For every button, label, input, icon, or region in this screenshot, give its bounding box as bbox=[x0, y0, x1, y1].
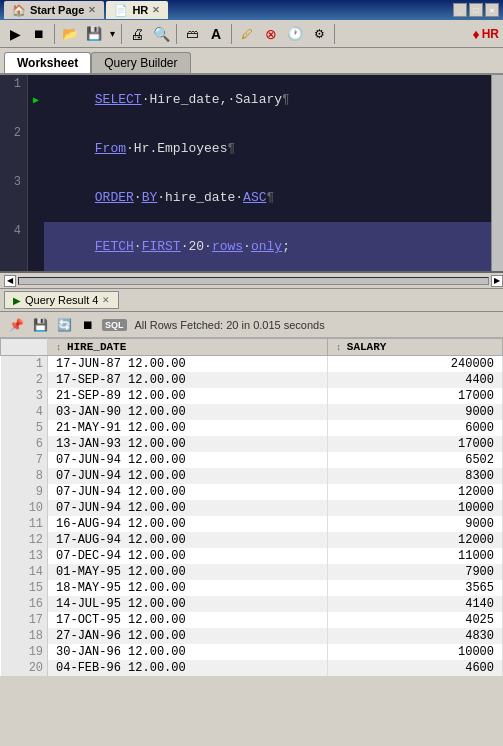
cell-rownum: 11 bbox=[1, 516, 48, 532]
editor-tabs: Worksheet Query Builder bbox=[0, 48, 503, 75]
title-tabs: 🏠 Start Page ✕ 📄 HR ✕ bbox=[4, 1, 453, 19]
cell-hire-date: 17-SEP-87 12.00.00 bbox=[48, 372, 328, 388]
editor-scrollbar[interactable] bbox=[491, 75, 503, 271]
close-button[interactable]: × bbox=[485, 3, 499, 17]
cell-hire-date: 14-JUL-95 12.00.00 bbox=[48, 596, 328, 612]
line-number-1: 1 bbox=[0, 75, 28, 124]
table-row: 1116-AUG-94 12.00.009000 bbox=[1, 516, 503, 532]
explain-button[interactable]: ⚙ bbox=[308, 23, 330, 45]
result-tab-icon: ▶ bbox=[13, 295, 21, 306]
table-row: 521-MAY-91 12.00.006000 bbox=[1, 420, 503, 436]
cell-rownum: 1 bbox=[1, 356, 48, 373]
kw-fetch: FETCH bbox=[95, 239, 134, 254]
cell-salary: 4140 bbox=[328, 596, 503, 612]
cell-salary: 4025 bbox=[328, 612, 503, 628]
line-arrow-3 bbox=[28, 173, 44, 222]
worksheet-label: Worksheet bbox=[17, 56, 78, 70]
font-button[interactable]: A bbox=[205, 23, 227, 45]
cell-hire-date: 21-SEP-89 12.00.00 bbox=[48, 388, 328, 404]
cell-salary: 17000 bbox=[328, 388, 503, 404]
cell-rownum: 13 bbox=[1, 548, 48, 564]
highlight-button[interactable]: 🖊 bbox=[236, 23, 258, 45]
header-rownum bbox=[1, 339, 48, 356]
table-row: 117-JUN-87 12.00.00240000 bbox=[1, 356, 503, 373]
stop-result-button[interactable]: ⏹ bbox=[78, 315, 98, 335]
hr-close[interactable]: ✕ bbox=[152, 5, 160, 15]
title-bar: 🏠 Start Page ✕ 📄 HR ✕ _ □ × bbox=[0, 0, 503, 20]
table-row: 707-JUN-94 12.00.006502 bbox=[1, 452, 503, 468]
history-button[interactable]: 🕐 bbox=[284, 23, 306, 45]
result-table-container[interactable]: ↕ HIRE_DATE ↕ SALARY 117-JUN-87 12.00.00… bbox=[0, 338, 503, 676]
result-panel: ▶ Query Result 4 ✕ 📌 💾 🔄 ⏹ SQL All Rows … bbox=[0, 289, 503, 676]
stop-button[interactable]: ⏹ bbox=[28, 23, 50, 45]
sep1 bbox=[54, 24, 55, 44]
cell-salary: 8300 bbox=[328, 468, 503, 484]
kw-from: From bbox=[95, 141, 126, 156]
table-row: 613-JAN-93 12.00.0017000 bbox=[1, 436, 503, 452]
run-button[interactable]: ▶ bbox=[4, 23, 26, 45]
kw-asc: ASC bbox=[243, 190, 266, 205]
line-content-4[interactable]: FETCH·FIRST·20·rows·only; bbox=[44, 222, 503, 271]
result-table: ↕ HIRE_DATE ↕ SALARY 117-JUN-87 12.00.00… bbox=[0, 338, 503, 676]
tab-hr[interactable]: 📄 HR ✕ bbox=[106, 1, 168, 19]
cell-hire-date: 07-DEC-94 12.00.00 bbox=[48, 548, 328, 564]
cell-hire-date: 07-JUN-94 12.00.00 bbox=[48, 452, 328, 468]
line-content-2[interactable]: From·Hr.Employees¶ bbox=[44, 124, 503, 173]
line-content-3[interactable]: ORDER·BY·hire_date·ASC¶ bbox=[44, 173, 503, 222]
result-tab[interactable]: ▶ Query Result 4 ✕ bbox=[4, 291, 119, 309]
schema-button[interactable]: 🗃 bbox=[181, 23, 203, 45]
save-dropdown-button[interactable]: ▾ bbox=[107, 23, 117, 45]
table-row: 1930-JAN-96 12.00.0010000 bbox=[1, 644, 503, 660]
tab-query-builder[interactable]: Query Builder bbox=[91, 52, 190, 73]
cell-rownum: 12 bbox=[1, 532, 48, 548]
cell-salary: 12000 bbox=[328, 532, 503, 548]
line-content-1[interactable]: SELECT·Hire_date,·Salary¶ bbox=[44, 75, 503, 124]
table-row: 217-SEP-87 12.00.004400 bbox=[1, 372, 503, 388]
table-row: 1614-JUL-95 12.00.004140 bbox=[1, 596, 503, 612]
open-button[interactable]: 📂 bbox=[59, 23, 81, 45]
editor-line-4: 4 FETCH·FIRST·20·rows·only; bbox=[0, 222, 503, 271]
start-page-icon: 🏠 bbox=[12, 4, 26, 17]
cell-rownum: 19 bbox=[1, 644, 48, 660]
kw-by: BY bbox=[142, 190, 158, 205]
cell-rownum: 6 bbox=[1, 436, 48, 452]
cell-hire-date: 13-JAN-93 12.00.00 bbox=[48, 436, 328, 452]
kw-only: only bbox=[251, 239, 282, 254]
refresh-button[interactable]: 🔄 bbox=[54, 315, 74, 335]
table-row: 907-JUN-94 12.00.0012000 bbox=[1, 484, 503, 500]
tab-start-page[interactable]: 🏠 Start Page ✕ bbox=[4, 1, 104, 19]
print-button[interactable]: 🖨 bbox=[126, 23, 148, 45]
scroll-track[interactable] bbox=[18, 277, 489, 285]
start-page-close[interactable]: ✕ bbox=[88, 5, 96, 15]
line-number-3: 3 bbox=[0, 173, 28, 222]
line-arrow-4 bbox=[28, 222, 44, 271]
header-hire-date[interactable]: ↕ HIRE_DATE bbox=[48, 339, 328, 356]
main-toolbar: ▶ ⏹ 📂 💾 ▾ 🖨 🔍 🗃 A 🖊 ⊗ 🕐 ⚙ ♦ HR bbox=[0, 20, 503, 48]
scroll-left[interactable]: ◀ bbox=[4, 275, 16, 287]
maximize-button[interactable]: □ bbox=[469, 3, 483, 17]
find-button[interactable]: 🔍 bbox=[150, 23, 172, 45]
scroll-right[interactable]: ▶ bbox=[491, 275, 503, 287]
cell-hire-date: 04-FEB-96 12.00.00 bbox=[48, 660, 328, 676]
minimize-button[interactable]: _ bbox=[453, 3, 467, 17]
cell-rownum: 16 bbox=[1, 596, 48, 612]
code-editor[interactable]: 1 ▶ SELECT·Hire_date,·Salary¶ 2 From·Hr.… bbox=[0, 75, 503, 273]
export-button[interactable]: 💾 bbox=[30, 315, 50, 335]
table-row: 1717-OCT-95 12.00.004025 bbox=[1, 612, 503, 628]
result-tab-close[interactable]: ✕ bbox=[102, 295, 110, 305]
clear-button[interactable]: ⊗ bbox=[260, 23, 282, 45]
cell-rownum: 18 bbox=[1, 628, 48, 644]
pin-button[interactable]: 📌 bbox=[6, 315, 26, 335]
brand-text: HR bbox=[482, 27, 499, 41]
query-builder-label: Query Builder bbox=[104, 56, 177, 70]
sep4 bbox=[231, 24, 232, 44]
cell-rownum: 17 bbox=[1, 612, 48, 628]
editor-line-2: 2 From·Hr.Employees¶ bbox=[0, 124, 503, 173]
line-number-4: 4 bbox=[0, 222, 28, 271]
header-salary[interactable]: ↕ SALARY bbox=[328, 339, 503, 356]
save-button[interactable]: 💾 bbox=[83, 23, 105, 45]
table-row: 1007-JUN-94 12.00.0010000 bbox=[1, 500, 503, 516]
tab-worksheet[interactable]: Worksheet bbox=[4, 52, 91, 73]
cell-salary: 240000 bbox=[328, 356, 503, 373]
cell-salary: 10000 bbox=[328, 500, 503, 516]
